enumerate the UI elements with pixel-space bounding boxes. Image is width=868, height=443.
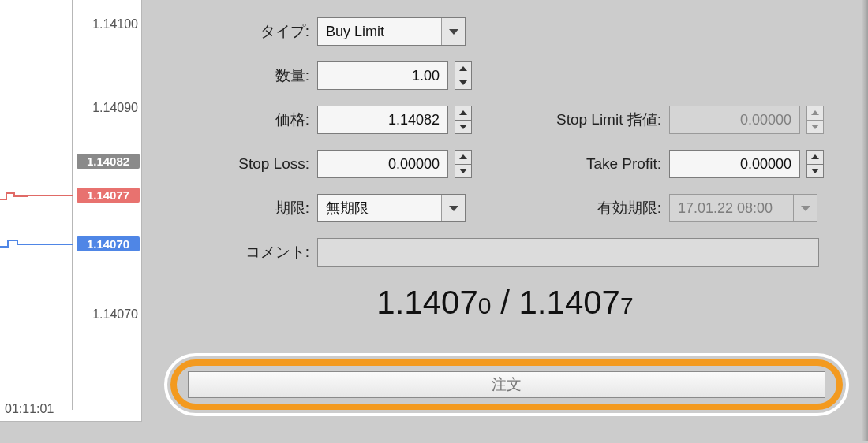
stoploss-input[interactable]: 0.00000: [317, 150, 448, 178]
spinner-down-icon[interactable]: [455, 164, 472, 179]
type-label: タイプ:: [260, 21, 309, 42]
submit-order-button[interactable]: 注文: [188, 371, 825, 398]
order-form-panel: タイプ: Buy Limit 数量: 1.00 価格: 1.14082 Stop…: [142, 0, 868, 443]
volume-spinner[interactable]: [455, 61, 472, 90]
spinner-down-icon[interactable]: [455, 120, 472, 135]
type-combo-value: Buy Limit: [318, 24, 441, 40]
price-tick: 1.14100: [92, 17, 138, 32]
takeprofit-spinner[interactable]: [806, 150, 824, 178]
stoploss-spinner[interactable]: [455, 150, 472, 178]
ask-main: 1.1407: [519, 284, 620, 321]
submit-order-label: 注文: [492, 374, 522, 395]
chevron-down-icon[interactable]: [441, 195, 465, 222]
spinner-up-icon[interactable]: [455, 106, 472, 120]
comment-label: コメント:: [245, 242, 309, 262]
chevron-down-icon: [793, 195, 817, 222]
spinner-down-icon[interactable]: [455, 76, 472, 91]
submit-highlight-ring: 注文: [170, 359, 843, 410]
price-value: 1.14082: [318, 112, 447, 128]
quote-separator: /: [491, 284, 518, 321]
volume-input[interactable]: 1.00: [317, 61, 448, 90]
expiry-type-label: 期限:: [275, 198, 309, 218]
price-marker-ask: 1.14077: [77, 188, 140, 203]
ask-line: [0, 188, 73, 203]
stoplimit-label: Stop Limit 指値:: [496, 110, 661, 130]
takeprofit-value: 0.00000: [670, 156, 799, 173]
price-scale: 1.14100 1.14090 1.14070 1.14082 1.14077 …: [72, 0, 141, 410]
submit-highlight: 注文: [164, 353, 849, 416]
bid-ask-quote: 1.14070 / 1.14077: [142, 284, 868, 322]
stoplimit-input: 0.00000: [669, 106, 800, 134]
bid-main: 1.1407: [376, 284, 477, 321]
volume-label: 数量:: [275, 65, 309, 86]
chevron-down-icon[interactable]: [441, 18, 465, 45]
expiry-date-value: 17.01.22 08:00: [670, 200, 793, 217]
spinner-up-icon[interactable]: [455, 61, 472, 76]
expiry-type-combo[interactable]: 無期限: [317, 194, 466, 222]
spinner-down-icon: [806, 120, 824, 135]
takeprofit-input[interactable]: 0.00000: [669, 150, 800, 178]
type-combo[interactable]: Buy Limit: [317, 17, 466, 46]
bid-line: [0, 237, 73, 251]
chart-time-label: 01:11:01: [5, 402, 54, 416]
price-tick: 1.14070: [92, 307, 138, 322]
spinner-down-icon[interactable]: [806, 164, 824, 179]
bid-fraction: 0: [478, 292, 492, 318]
price-marker-bid: 1.14070: [77, 236, 140, 251]
price-spinner[interactable]: [455, 106, 472, 134]
spinner-up-icon: [806, 106, 824, 120]
expiry-date-label: 有効期限:: [496, 198, 661, 218]
price-tick: 1.14090: [92, 101, 138, 115]
stoploss-value: 0.00000: [318, 156, 447, 173]
stoplimit-spinner: [806, 106, 824, 134]
panel-edge-shadow: [862, 0, 868, 441]
volume-value: 1.00: [318, 68, 447, 84]
spinner-up-icon[interactable]: [455, 150, 472, 164]
price-input[interactable]: 1.14082: [317, 106, 448, 134]
stoplimit-value: 0.00000: [670, 112, 799, 128]
price-label: 価格:: [275, 110, 309, 130]
spinner-up-icon[interactable]: [806, 150, 824, 164]
stoploss-label: Stop Loss:: [238, 155, 309, 173]
takeprofit-label: Take Profit:: [496, 155, 661, 173]
ask-fraction: 7: [620, 292, 634, 318]
expiry-date-combo: 17.01.22 08:00: [669, 194, 817, 222]
expiry-type-value: 無期限: [318, 199, 441, 218]
chart-bottom-edge: [0, 421, 142, 443]
comment-input[interactable]: [317, 238, 819, 267]
price-marker-current: 1.14082: [77, 154, 140, 169]
price-chart-panel: 1.14100 1.14090 1.14070 1.14082 1.14077 …: [0, 0, 142, 443]
